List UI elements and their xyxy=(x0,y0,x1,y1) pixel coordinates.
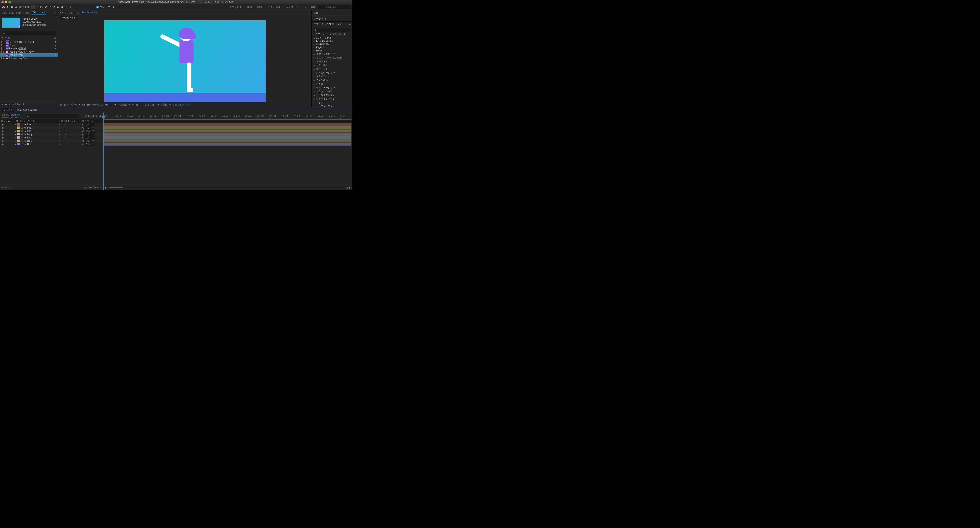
disclosure-icon[interactable]: ▸ xyxy=(3,57,6,60)
zoom-slider[interactable] xyxy=(109,187,344,188)
selection-tool-icon[interactable] xyxy=(6,5,10,9)
motion-blur-icon[interactable]: ⊡ xyxy=(92,114,94,117)
effect-category[interactable]: ▸Matte xyxy=(313,49,350,52)
layer-name[interactable]: leg L xyxy=(27,140,59,142)
effect-category[interactable]: ▸* アニメーションプリセット xyxy=(313,33,350,36)
help-search-input[interactable] xyxy=(322,6,350,8)
parent-column[interactable]: 親とリンク xyxy=(82,119,102,122)
effect-category[interactable]: ▸シミュレーション xyxy=(313,71,350,75)
new-comp-icon[interactable]: ⊡ xyxy=(8,103,10,106)
minimize-icon[interactable] xyxy=(5,1,7,3)
clone-tool-icon[interactable] xyxy=(56,5,60,9)
close-icon[interactable] xyxy=(2,1,4,3)
parent-pickwhip[interactable]: ⊙ なし ▾ xyxy=(82,143,102,146)
disclosure-icon[interactable]: ▸ xyxy=(15,133,18,136)
transparency-icon[interactable]: ▦ xyxy=(136,103,138,106)
layer-bar[interactable] xyxy=(104,123,352,126)
label-color[interactable] xyxy=(18,127,20,129)
bpc-label[interactable]: 8 bpc xyxy=(15,103,21,106)
layer-row[interactable]: ◉▸2★hed♀ ／⊙ なし ▾ xyxy=(0,126,103,129)
panel-menu-icon[interactable]: ≡ xyxy=(349,23,350,26)
region-icon[interactable]: ▭ xyxy=(132,103,134,106)
label-color[interactable] xyxy=(2,54,2,56)
parent-pickwhip[interactable]: ⊙ なし ▾ xyxy=(82,123,102,126)
project-item[interactable]: ▸🖿People_ver2 レイヤー xyxy=(0,50,58,53)
new-folder-icon[interactable]: 🖿 xyxy=(5,103,7,106)
project-search[interactable]: ⌕ xyxy=(2,31,56,35)
video-column-icon[interactable]: ◉ xyxy=(1,120,3,122)
disclosure-icon[interactable]: ▸ xyxy=(313,68,315,70)
layer-track[interactable] xyxy=(103,129,352,133)
render-icon[interactable]: ⊡ xyxy=(99,114,101,117)
project-tab[interactable]: プロジェクト xyxy=(32,11,46,15)
layer-track[interactable] xyxy=(103,143,352,146)
show-snapshot-icon[interactable]: 👁 xyxy=(110,103,112,106)
effect-category[interactable]: ▸スタイライズ xyxy=(313,75,350,78)
workspace-tab[interactable]: ライブラリ xyxy=(285,5,299,10)
frame-blend-icon[interactable]: ⊞ xyxy=(88,114,90,117)
color-mgmt-icon[interactable]: ◆ xyxy=(114,103,116,106)
visibility-icon[interactable]: ◉ xyxy=(1,140,4,142)
timecode[interactable]: 0:00:00:00 xyxy=(2,113,24,116)
layer-row[interactable]: ◉▸3★arm R♀ ／⊙ なし ▾ xyxy=(0,129,103,133)
disclosure-icon[interactable]: ▸ xyxy=(313,33,315,36)
effect-category[interactable]: ▸ノイズ＆グレイン xyxy=(313,93,350,97)
canvas[interactable] xyxy=(104,21,266,102)
layer-switches[interactable]: ♀ ／ xyxy=(59,136,82,139)
disclosure-icon[interactable]: ▸ xyxy=(15,136,18,139)
layer-track[interactable] xyxy=(103,133,352,136)
disclosure-icon[interactable]: ▸ xyxy=(313,60,315,63)
trash-icon[interactable]: 🗑 xyxy=(22,103,25,106)
disclosure-icon[interactable]: ▸ xyxy=(313,79,315,82)
layer-track[interactable] xyxy=(103,126,352,129)
audio-panel-tab[interactable]: オーディオ xyxy=(312,16,352,21)
effect-category[interactable]: ▸3D チャンネル xyxy=(313,36,350,40)
hand-tool-icon[interactable] xyxy=(10,5,14,9)
effect-category[interactable]: ▸CINEMA 4D xyxy=(313,43,350,46)
home-icon[interactable] xyxy=(2,5,5,9)
timeline-search[interactable]: ⌕ xyxy=(26,114,79,117)
disclosure-icon[interactable]: ▸ xyxy=(3,50,6,53)
zoom-dropdown[interactable]: 100 % xyxy=(71,103,77,106)
anchor-tool-icon[interactable] xyxy=(31,5,35,9)
num-column[interactable]: # xyxy=(19,120,22,122)
label-color[interactable] xyxy=(2,51,2,53)
layer-name[interactable]: arm R xyxy=(27,130,59,132)
project-item[interactable]: AePeple■ xyxy=(0,43,58,47)
layer-name[interactable]: hed xyxy=(27,127,59,129)
project-item[interactable]: ▸🖿People レイヤー xyxy=(0,57,58,60)
view-options-icon[interactable]: ⊡ ⊞ ⊟ ⊡ ⟳ xyxy=(172,103,185,106)
effect-category[interactable]: ▸トランジション xyxy=(313,90,350,93)
info-panel-tab[interactable]: 情報 xyxy=(312,10,352,16)
label-color[interactable] xyxy=(2,47,2,49)
label-color[interactable] xyxy=(18,140,20,142)
visibility-icon[interactable]: ◉ xyxy=(1,136,4,139)
layer-name[interactable]: body xyxy=(27,133,59,136)
layer-switches[interactable]: ♀ ／ xyxy=(59,123,82,126)
name-column[interactable]: レイヤー名 xyxy=(22,119,59,122)
quality-dropdown[interactable]: フル画質 xyxy=(118,103,127,106)
disclosure-icon[interactable]: ▸ xyxy=(313,90,315,93)
kbd-icon[interactable]: ⌨ xyxy=(311,6,315,9)
comp-name[interactable]: People_ver2 ▾ xyxy=(22,17,46,21)
label-color[interactable] xyxy=(2,57,2,59)
label-column-icon[interactable]: ◥ xyxy=(2,37,5,39)
brush-tool-icon[interactable] xyxy=(52,5,56,9)
graph-editor-icon[interactable]: ⊗ xyxy=(95,114,97,117)
disclosure-icon[interactable]: ▸ xyxy=(313,94,315,97)
view-dropdown[interactable]: 1 画面 xyxy=(161,103,167,106)
disclosure-icon[interactable]: ▸ xyxy=(313,87,315,89)
switches-column[interactable]: ♀♣◇＼fx■◎⊙⊕ xyxy=(59,119,82,122)
zoom-in-icon[interactable]: ▲▲ xyxy=(346,186,351,189)
visibility-icon[interactable]: ◉ xyxy=(1,123,4,126)
label-column-icon[interactable]: ◥ xyxy=(15,120,19,122)
visibility-icon[interactable]: ◉ xyxy=(1,127,4,129)
name-column[interactable]: 名前 xyxy=(5,36,10,40)
layer-bar[interactable] xyxy=(104,139,352,143)
disclosure-icon[interactable]: ▸ xyxy=(313,98,315,100)
effect-category[interactable]: ▸Keying xyxy=(313,46,350,49)
workspace-overflow-icon[interactable]: » xyxy=(303,6,308,8)
rotate-tool-icon[interactable] xyxy=(22,5,27,9)
zoom-thumb[interactable] xyxy=(109,187,123,188)
column-indicator-icon[interactable]: ⁂ xyxy=(54,37,56,39)
